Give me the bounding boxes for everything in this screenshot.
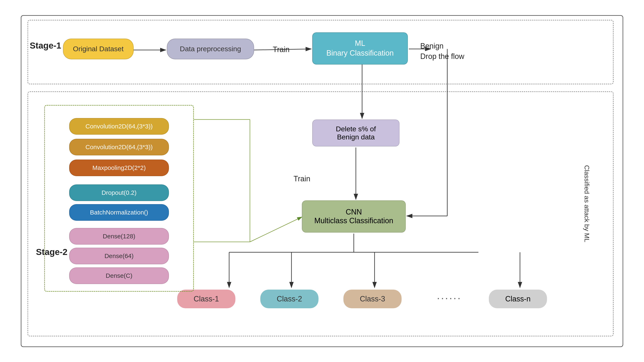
delete-benign-node: Delete s% of Benign data (312, 120, 400, 147)
train-label-2: Train (294, 175, 310, 183)
conv1-layer: Convolution2D(64,(3*3)) (69, 118, 169, 135)
classified-as-attack-label: Classified as attack by ML (583, 165, 590, 242)
main-diagram: Stage-1 Stage-2 Original Dataset Data pr… (21, 15, 623, 347)
dense128-layer: Dense(128) (69, 228, 169, 245)
dots-label: ...... (437, 290, 462, 302)
benign-label: Benign (420, 42, 444, 50)
maxpool-layer: Maxpooling2D(2*2) (69, 160, 169, 176)
class-2-node: Class-2 (260, 290, 318, 308)
original-dataset-node: Original Dataset (63, 39, 134, 59)
train-label-1: Train (273, 45, 290, 54)
ml-binary-node: ML Binary Classification (312, 32, 408, 64)
cnn-arch-box: Convolution2D(64,(3*3)) Convolution2D(64… (44, 105, 194, 292)
class-3-node: Class-3 (344, 290, 402, 308)
preprocessing-node: Data preprocessing (167, 39, 254, 59)
batchnorm-layer: BatchNormalization() (69, 204, 169, 221)
densec-layer: Dense(C) (69, 267, 169, 284)
dense64-layer: Dense(64) (69, 248, 169, 264)
class-1-node: Class-1 (177, 290, 235, 308)
stage-1-label: Stage-1 (30, 41, 61, 51)
dropout-layer: Dropout(0.2) (69, 184, 169, 201)
class-n-node: Class-n (489, 290, 547, 308)
conv2-layer: Convolution2D(64,(3*3)) (69, 139, 169, 155)
drop-flow-label: Drop the flow (420, 52, 464, 61)
cnn-node: CNN Multiclass Classification (302, 200, 406, 232)
